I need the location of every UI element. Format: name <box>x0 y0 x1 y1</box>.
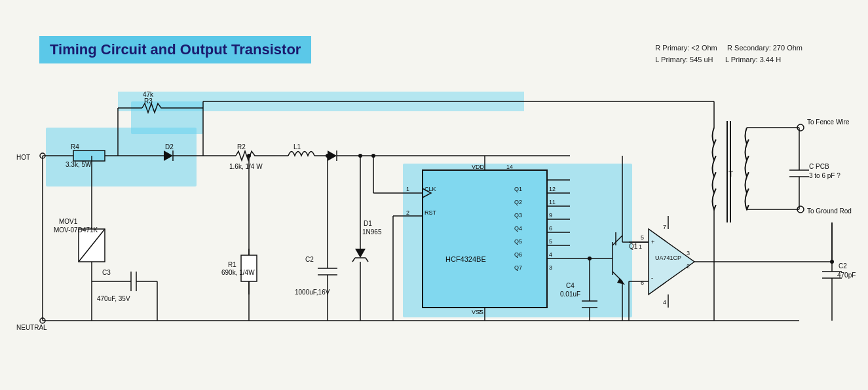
svg-text:2: 2 <box>406 209 409 216</box>
svg-point-75 <box>358 154 362 158</box>
svg-text:470pF: 470pF <box>837 272 856 279</box>
svg-text:3: 3 <box>549 264 552 271</box>
svg-text:0.01uF: 0.01uF <box>560 291 580 298</box>
svg-point-123 <box>830 260 834 264</box>
svg-text:6: 6 <box>641 279 644 286</box>
svg-text:3.3k, 5W: 3.3k, 5W <box>66 161 92 168</box>
svg-text:CLK: CLK <box>425 186 436 192</box>
svg-text:690k, 1/4W: 690k, 1/4W <box>221 269 255 276</box>
svg-text:Q4: Q4 <box>514 225 522 232</box>
schematic-container: Timing Circuit and Output Transistor R P… <box>0 0 868 390</box>
svg-text:3 to 6 pF ?: 3 to 6 pF ? <box>809 172 840 179</box>
svg-text:470uF, 35V: 470uF, 35V <box>97 295 130 302</box>
svg-text:5: 5 <box>549 238 552 245</box>
svg-text:+: + <box>651 239 654 245</box>
svg-text:R3: R3 <box>144 98 153 105</box>
svg-text:MOV-07D471K: MOV-07D471K <box>54 226 98 234</box>
svg-text:L1: L1 <box>293 143 301 151</box>
circuit-diagram: R4 3.3k, 5W R3 47k D2 R2 1.6k, 1/4 W L1 … <box>0 0 868 390</box>
svg-text:R4: R4 <box>71 143 79 151</box>
svg-text:C2: C2 <box>839 262 847 270</box>
svg-text:R1: R1 <box>228 261 236 268</box>
svg-point-67 <box>326 154 330 158</box>
svg-text:1000uF,16V: 1000uF,16V <box>295 289 330 296</box>
svg-text:C3: C3 <box>102 269 111 276</box>
svg-point-78 <box>371 154 375 158</box>
svg-text:Q2: Q2 <box>514 199 522 205</box>
svg-text:4: 4 <box>663 299 666 306</box>
svg-point-95 <box>588 257 592 260</box>
svg-text:To Fence Wire: To Fence Wire <box>807 118 850 126</box>
svg-text:47k: 47k <box>143 91 154 98</box>
svg-text:UA741CP: UA741CP <box>655 255 681 261</box>
svg-text:T: T <box>728 169 734 179</box>
svg-text:14: 14 <box>506 164 513 170</box>
svg-text:C PCB: C PCB <box>809 163 829 170</box>
svg-text:Q3: Q3 <box>514 212 522 219</box>
svg-text:4: 4 <box>549 251 552 258</box>
svg-marker-69 <box>355 249 366 258</box>
svg-text:C4: C4 <box>566 282 575 289</box>
svg-text:Q5: Q5 <box>514 238 522 245</box>
svg-text:-: - <box>651 275 653 281</box>
svg-text:3: 3 <box>687 250 690 257</box>
svg-text:11: 11 <box>549 199 556 205</box>
svg-text:VDD: VDD <box>472 164 485 170</box>
svg-text:1: 1 <box>406 186 409 192</box>
svg-text:To Ground Rod: To Ground Rod <box>807 207 852 215</box>
svg-text:Q1: Q1 <box>629 243 638 250</box>
svg-rect-57 <box>241 255 257 281</box>
svg-text:Q6: Q6 <box>514 251 522 258</box>
svg-text:1.6k, 1/4 W: 1.6k, 1/4 W <box>229 163 263 170</box>
svg-text:R2: R2 <box>237 143 246 151</box>
svg-text:7: 7 <box>663 224 666 230</box>
svg-text:D1: D1 <box>364 220 372 227</box>
svg-text:C2: C2 <box>305 256 314 263</box>
svg-line-72 <box>366 258 368 262</box>
svg-marker-96 <box>649 229 694 294</box>
svg-text:9: 9 <box>549 212 552 219</box>
svg-text:RST: RST <box>425 209 437 216</box>
svg-text:Q7: Q7 <box>514 264 522 271</box>
svg-text:Q1: Q1 <box>514 186 522 192</box>
svg-text:12: 12 <box>549 186 556 192</box>
svg-point-61 <box>247 154 251 158</box>
svg-rect-0 <box>46 128 197 186</box>
svg-rect-40 <box>423 170 547 308</box>
svg-text:7: 7 <box>478 309 481 315</box>
svg-rect-10 <box>73 151 105 161</box>
svg-text:2: 2 <box>687 263 690 270</box>
svg-text:HOT: HOT <box>16 154 30 161</box>
svg-text:6: 6 <box>549 225 552 232</box>
svg-text:NEUTRAL: NEUTRAL <box>16 324 47 331</box>
svg-text:VSS: VSS <box>472 309 483 315</box>
svg-text:1N965: 1N965 <box>362 228 382 236</box>
svg-text:MOV1: MOV1 <box>59 218 78 225</box>
svg-text:5: 5 <box>641 234 644 241</box>
svg-text:1: 1 <box>639 243 642 250</box>
svg-line-71 <box>352 258 355 262</box>
svg-text:HCF4324BE: HCF4324BE <box>445 255 486 263</box>
svg-text:D2: D2 <box>165 143 174 151</box>
